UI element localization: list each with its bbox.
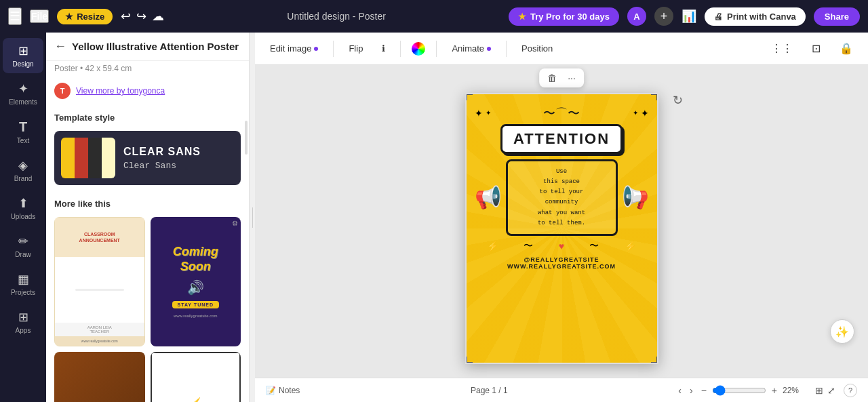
design-panel: ← Yellow Illustrative Attention Poster P… xyxy=(46,33,250,402)
undo-button[interactable]: ↩ xyxy=(121,9,131,24)
poster-canvas[interactable]: ✦ ✦ 〜⌒〜 ✦ ✦ ATTEN xyxy=(465,93,658,364)
panel-back-button[interactable]: ← xyxy=(54,39,66,54)
scroll-track xyxy=(245,114,248,388)
footer-site-1: @REALLYGREATSITE xyxy=(507,256,616,263)
position-button[interactable]: Position xyxy=(517,41,557,56)
sidebar-label-brand: Brand xyxy=(14,175,33,182)
sidebar-label-draw: Draw xyxy=(15,251,31,258)
main-area: ⊞ Design ✦ Elements T Text ◈ Brand ⬆ Upl… xyxy=(0,33,868,402)
edit-image-button[interactable]: Edit image xyxy=(266,41,322,56)
panel-header: ← Yellow Illustrative Attention Poster xyxy=(46,33,249,61)
wave-deco: 〜⌒〜 xyxy=(543,105,580,121)
expand-button[interactable]: ⤢ xyxy=(827,385,835,396)
sidebar-item-design[interactable]: ⊞ Design xyxy=(3,38,43,73)
redo-button[interactable]: ↪ xyxy=(136,9,146,24)
try-pro-button[interactable]: ★ Try Pro for 30 days xyxy=(509,7,619,26)
canvas-area: 🗑 ··· ↻ xyxy=(255,65,868,402)
analytics-icon[interactable]: 📊 xyxy=(682,9,696,24)
poster-content: ✦ ✦ 〜⌒〜 ✦ ✦ ATTEN xyxy=(467,94,657,363)
elements-icon: ✦ xyxy=(18,81,28,96)
menu-icon[interactable]: ☰ xyxy=(8,7,22,25)
grid-button[interactable]: ⋮⋮ xyxy=(767,39,797,58)
bottom-deco: ⚡ 〜 ♥ 〜 ⚡ xyxy=(475,240,649,252)
share-button[interactable]: Share xyxy=(814,7,860,26)
notes-icon: 📝 xyxy=(266,386,276,395)
sparkle-group-right: ✦ ✦ xyxy=(633,105,649,121)
resize-button[interactable]: ★ Resize xyxy=(57,9,113,24)
more-item-coming-soon[interactable]: ⚙ ComingSoon 🔊 STAY TUNED www.reallygrea… xyxy=(151,217,241,346)
view-buttons: ⊞ ⤢ xyxy=(815,385,835,396)
grid-view-button[interactable]: ⊞ xyxy=(815,385,823,396)
magic-assistant-button[interactable]: ✨ xyxy=(830,319,854,344)
zoom-in-button[interactable]: + xyxy=(772,385,777,396)
sidebar-item-elements[interactable]: ✦ Elements xyxy=(3,76,43,111)
more-item-coming-soon-2[interactable]: COMINGSOON ★ ★ ★ xyxy=(54,352,145,402)
file-menu[interactable]: File xyxy=(30,9,49,23)
zoom-slider[interactable] xyxy=(712,385,766,396)
delete-element-button[interactable]: 🗑 xyxy=(545,71,559,85)
sidebar-label-text: Text xyxy=(17,137,29,144)
refresh-button[interactable]: ↻ xyxy=(673,93,683,108)
sidebar-item-text[interactable]: T Text xyxy=(3,114,43,150)
template-swatch xyxy=(61,138,115,178)
avatar[interactable]: A xyxy=(627,7,646,26)
poster-body-text[interactable]: Usethis spaceto tell yourcommunitywhat y… xyxy=(506,159,618,237)
info-button[interactable]: ℹ xyxy=(378,41,389,56)
canvas-viewport[interactable]: 🗑 ··· ↻ xyxy=(255,65,868,378)
color-picker[interactable] xyxy=(412,42,425,56)
author-avatar: T xyxy=(54,83,71,99)
cloud-save-button[interactable]: ☁ xyxy=(152,9,164,24)
design-icon: ⊞ xyxy=(18,43,28,58)
scroll-thumb xyxy=(245,121,248,155)
zoom-controls: − + 22% xyxy=(701,385,807,396)
more-item-classroom[interactable]: CLASSROOMANNOUNCEMENT AARON LEIATEACHER … xyxy=(54,217,145,346)
toolbar-divider-1 xyxy=(333,41,334,57)
panel-title: Yellow Illustrative Attention Poster xyxy=(72,41,239,52)
footer-site-2: WWW.REALLYGREATSITE.COM xyxy=(507,263,616,270)
zoom-out-button[interactable]: − xyxy=(701,385,707,396)
brand-icon: ◈ xyxy=(18,158,28,173)
more-item-important[interactable]: ⚡ IMPORTANTNOTE! xyxy=(151,352,241,402)
template-style-box[interactable]: CLEAR SANS Clear Sans xyxy=(54,131,241,185)
table-button[interactable]: ⊡ xyxy=(808,39,825,58)
sidebar-item-projects[interactable]: ▦ Projects xyxy=(3,266,43,302)
sidebar-item-brand[interactable]: ◈ Brand xyxy=(3,153,43,188)
sidebar-label-elements: Elements xyxy=(9,98,37,106)
megaphone-row: 📢 Usethis spaceto tell yourcommunitywhat… xyxy=(475,159,649,237)
sidebar-label-design: Design xyxy=(12,60,33,68)
panel-resize-handle[interactable] xyxy=(250,33,255,402)
add-account-button[interactable]: + xyxy=(654,7,673,26)
help-button[interactable]: ? xyxy=(844,384,857,397)
sidebar-label-uploads: Uploads xyxy=(11,213,36,220)
sidebar-item-apps[interactable]: ⊞ Apps xyxy=(3,304,43,340)
edit-toolbar: Edit image Flip ℹ Animate Position ⋮⋮ ⊡ … xyxy=(255,33,868,65)
sidebar-item-uploads[interactable]: ⬆ Uploads xyxy=(3,190,43,226)
resize-indicator xyxy=(252,207,253,228)
font-sub: Clear Sans xyxy=(123,161,201,171)
flip-button[interactable]: Flip xyxy=(344,41,367,56)
template-font-info: CLEAR SANS Clear Sans xyxy=(123,146,201,171)
apps-icon: ⊞ xyxy=(18,310,28,325)
attention-text: ATTENTION xyxy=(500,124,623,154)
print-button[interactable]: 🖨 Print with Canva xyxy=(705,7,806,26)
star-icon: ★ xyxy=(65,12,73,22)
animate-button[interactable]: Animate xyxy=(448,41,495,56)
author-link[interactable]: View more by tonygonca xyxy=(76,86,165,96)
sidebar-label-apps: Apps xyxy=(16,327,31,334)
template-style-title: Template style xyxy=(46,107,249,128)
notes-button[interactable]: 📝 Notes xyxy=(266,386,300,395)
sidebar-label-projects: Projects xyxy=(11,289,35,296)
document-title: Untitled design - Poster xyxy=(172,11,500,22)
sidebar-item-draw[interactable]: ✏ Draw xyxy=(3,228,43,264)
page-info: Page 1 / 1 xyxy=(308,386,670,395)
next-page-button[interactable]: › xyxy=(690,385,693,396)
text-icon: T xyxy=(19,119,27,135)
lock-button[interactable]: 🔒 xyxy=(835,39,857,58)
toolbar-divider-3 xyxy=(436,41,437,57)
toolbar-divider-4 xyxy=(506,41,507,57)
more-options-button[interactable]: ··· xyxy=(565,71,578,85)
pro-star-icon: ★ xyxy=(518,12,526,22)
template-author: T View more by tonygonca xyxy=(46,79,249,107)
editor-area: Edit image Flip ℹ Animate Position ⋮⋮ ⊡ … xyxy=(255,33,868,402)
prev-page-button[interactable]: ‹ xyxy=(678,385,682,396)
